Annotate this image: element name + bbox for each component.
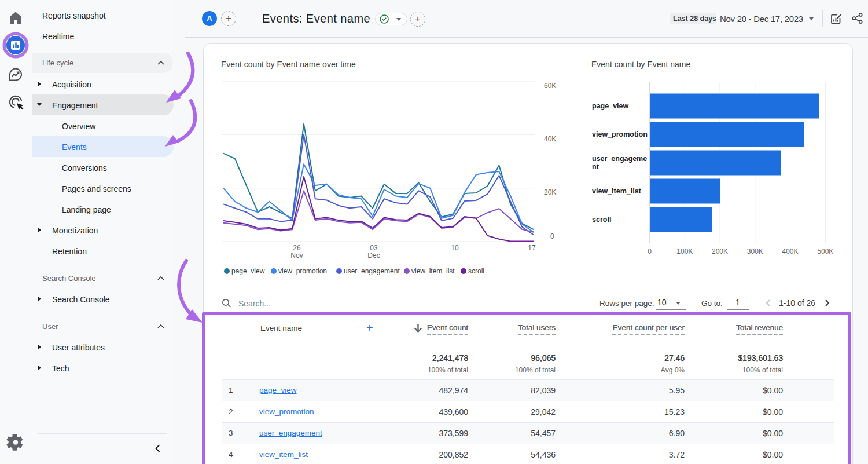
svg-text:17: 17 bbox=[528, 244, 536, 252]
svg-text:20K: 20K bbox=[544, 188, 556, 196]
svg-text:view_item_list: view_item_list bbox=[592, 187, 642, 195]
svg-text:view_promotion: view_promotion bbox=[278, 267, 327, 275]
svg-text:500K: 500K bbox=[817, 247, 833, 255]
svg-text:user_engageme: user_engageme bbox=[592, 155, 647, 163]
svg-text:300K: 300K bbox=[747, 247, 763, 255]
svg-text:view_item_list: view_item_list bbox=[411, 267, 455, 275]
svg-text:0: 0 bbox=[648, 247, 652, 255]
svg-text:03: 03 bbox=[370, 244, 378, 252]
svg-text:26: 26 bbox=[293, 244, 301, 252]
svg-text:view_promotion: view_promotion bbox=[592, 130, 648, 138]
svg-text:scroll: scroll bbox=[592, 215, 611, 224]
svg-text:60K: 60K bbox=[544, 82, 556, 90]
svg-text:scroll: scroll bbox=[468, 267, 484, 275]
svg-text:page_view: page_view bbox=[592, 102, 629, 110]
svg-text:200K: 200K bbox=[712, 247, 728, 255]
svg-text:10: 10 bbox=[451, 244, 459, 252]
svg-text:nt: nt bbox=[592, 163, 599, 171]
svg-text:Nov: Nov bbox=[290, 251, 303, 260]
svg-text:Dec: Dec bbox=[367, 251, 380, 260]
svg-text:400K: 400K bbox=[782, 247, 798, 255]
svg-text:user_engagement: user_engagement bbox=[344, 267, 400, 275]
svg-text:40K: 40K bbox=[544, 135, 556, 143]
svg-text:100K: 100K bbox=[676, 247, 693, 255]
svg-text:0: 0 bbox=[550, 232, 554, 240]
svg-text:page_view: page_view bbox=[231, 267, 265, 275]
